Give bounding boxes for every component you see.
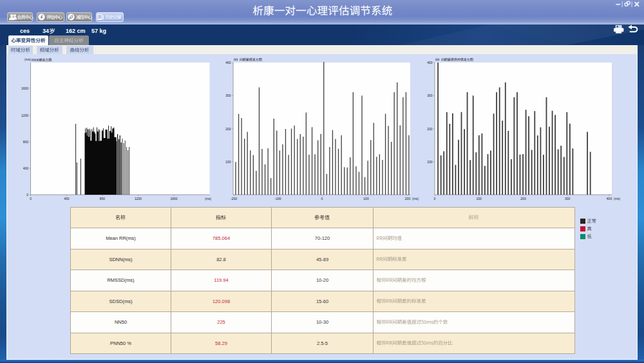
svg-text:-200: -200 bbox=[231, 197, 237, 201]
svg-text:300: 300 bbox=[225, 93, 231, 97]
svg-text:200: 200 bbox=[225, 127, 231, 131]
svg-text:100: 100 bbox=[225, 160, 231, 164]
svg-text:1600: 1600 bbox=[21, 86, 28, 90]
svg-text:100: 100 bbox=[477, 197, 482, 201]
svg-text:(ms): (ms) bbox=[614, 197, 620, 201]
svg-text:400: 400 bbox=[23, 166, 29, 170]
svg-text:400: 400 bbox=[607, 197, 612, 201]
svg-text:1200: 1200 bbox=[21, 113, 28, 117]
svg-text:(ms): (ms) bbox=[24, 57, 31, 61]
svg-text:(ms): (ms) bbox=[205, 197, 211, 201]
svg-text:300: 300 bbox=[427, 93, 433, 97]
svg-text:200: 200 bbox=[405, 197, 411, 201]
svg-text:400: 400 bbox=[64, 197, 70, 201]
svg-text:0: 0 bbox=[26, 193, 28, 197]
svg-text:100: 100 bbox=[363, 197, 369, 201]
svg-text:800: 800 bbox=[100, 197, 106, 201]
svg-text:(ms): (ms) bbox=[412, 197, 419, 201]
svg-text:100: 100 bbox=[427, 160, 433, 164]
svg-text:1200: 1200 bbox=[135, 197, 142, 201]
svg-text:0: 0 bbox=[321, 197, 323, 201]
svg-text:0: 0 bbox=[434, 197, 436, 201]
svg-text:400: 400 bbox=[225, 61, 231, 64]
svg-text:200: 200 bbox=[427, 127, 433, 131]
svg-text:800: 800 bbox=[23, 140, 29, 144]
svg-text:400: 400 bbox=[427, 61, 433, 64]
svg-text:-100: -100 bbox=[274, 197, 281, 201]
svg-text:0: 0 bbox=[30, 197, 32, 201]
svg-text:300: 300 bbox=[565, 197, 571, 201]
svg-text:1600: 1600 bbox=[171, 197, 178, 201]
svg-text:200: 200 bbox=[520, 197, 526, 201]
